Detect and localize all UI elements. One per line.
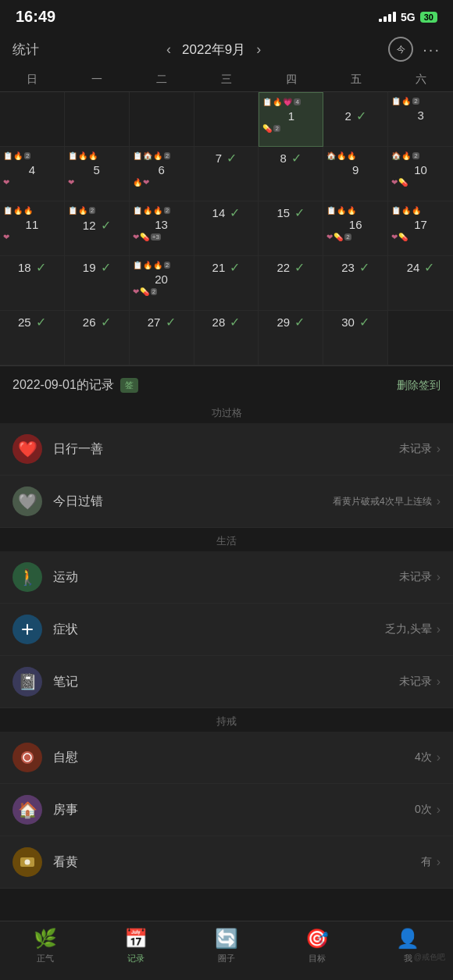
calendar-cell-27[interactable]: 27 ✓ <box>130 311 194 365</box>
zhengqi-icon: 🌿 <box>34 928 57 950</box>
signal-icon <box>379 12 396 22</box>
cell-day-number: 9 <box>326 163 384 176</box>
calendar-cell-12[interactable]: 📋 🔥 2 12 ✓ <box>65 201 130 256</box>
prev-month-button[interactable]: ‹ <box>166 41 171 58</box>
tab-records[interactable]: 📅 记录 <box>112 928 159 964</box>
calendar-cell-3[interactable]: 📋 🔥 2 3 <box>388 92 453 147</box>
network-type: 5G <box>401 11 416 23</box>
calendar-cell-16[interactable]: 📋 🔥 🔥 16 ❤ 💊 2 <box>323 201 388 256</box>
calendar-cell-26[interactable]: 26 ✓ <box>65 311 130 365</box>
calendar-cell-24[interactable]: 24 ✓ <box>388 256 453 311</box>
record-item-notes[interactable]: 📓 笔记 未记录 › <box>0 656 453 708</box>
cell-top-icons <box>326 94 384 107</box>
records-icon: 📅 <box>124 928 148 950</box>
calendar-cell-empty <box>388 311 453 365</box>
record-name-daily-good: 日行一善 <box>53 441 399 458</box>
record-value-intimacy: 0次 <box>415 803 432 817</box>
calendar-cell-6[interactable]: 📋 🏠 🔥 2 6 🔥 ❤ <box>130 147 194 201</box>
today-button[interactable]: 今 <box>388 37 413 62</box>
me-icon: 👤 <box>396 928 419 950</box>
calendar-cell-15[interactable]: 15 ✓ <box>259 201 323 256</box>
cell-day-number: 15 ✓ <box>262 205 319 220</box>
header-nav: 统计 ‹ 2022年9月 › 今 ··· <box>0 30 453 68</box>
group-label-merit: 功过格 <box>0 400 453 423</box>
calendar-cell-29[interactable]: 29 ✓ <box>259 311 323 365</box>
bottom-tabs: 🌿 正气 📅 记录 🔄 圈子 🎯 目标 👤 我 <box>0 921 453 980</box>
cell-day-number: 29 ✓ <box>262 315 319 330</box>
cell-day-number: 2 ✓ <box>326 109 384 123</box>
record-name-intimacy: 房事 <box>53 802 415 818</box>
tab-goals[interactable]: 🎯 目标 <box>294 928 341 964</box>
calendar-cell-20[interactable]: 📋 🔥 🔥 2 20 ❤ 💊 2 <box>130 256 194 311</box>
record-item-daily-good[interactable]: ❤️ 日行一善 未记录 › <box>0 423 453 476</box>
calendar-cell-18[interactable]: 18 ✓ <box>0 256 65 311</box>
calendar-cell-25[interactable]: 25 ✓ <box>0 311 65 365</box>
record-name-watch-adult: 看黄 <box>53 854 421 871</box>
record-name-notes: 笔记 <box>53 674 399 690</box>
record-value-watch-adult: 有 <box>421 855 432 869</box>
calendar-cell-5[interactable]: 📋 🔥 🔥 5 ❤ <box>65 147 130 201</box>
status-right: 5G 30 <box>379 11 437 23</box>
calendar-cell-11[interactable]: 📋 🔥 🔥 11 ❤ <box>0 201 65 256</box>
calendar-cell-19[interactable]: 19 ✓ <box>65 256 130 311</box>
chevron-right-icon: › <box>437 494 441 508</box>
record-item-daily-error[interactable]: 🩶 今日过错 看黄片破戒4次早上连续 › <box>0 476 453 528</box>
header-actions: 今 ··· <box>388 37 441 62</box>
record-item-symptoms[interactable]: 症状 乏力,头晕 › <box>0 604 453 656</box>
cell-day-number: 30 ✓ <box>326 315 384 330</box>
record-item-self-comfort[interactable]: 自慰 4次 › <box>0 732 453 784</box>
weekday-fri: 五 <box>323 68 388 91</box>
calendar-cell-30[interactable]: 30 ✓ <box>323 311 388 365</box>
cell-top-icons: 📋 🔥 2 <box>391 94 450 107</box>
cell-day-number: 6 <box>133 163 191 176</box>
calendar-cell-1[interactable]: 📋 🔥 💗 4 1 💊 2 <box>259 92 323 147</box>
tab-label-goals: 目标 <box>309 953 326 964</box>
cell-day-number: 7 ✓ <box>198 151 255 166</box>
calendar-cell-22[interactable]: 22 ✓ <box>259 256 323 311</box>
cell-day-number: 21 ✓ <box>198 260 255 275</box>
calendar-cell-28[interactable]: 28 ✓ <box>194 311 259 365</box>
tab-community[interactable]: 🔄 圈子 <box>203 928 250 964</box>
calendar-cell-4[interactable]: 📋 🔥 2 4 ❤ <box>0 147 65 201</box>
weekday-wed: 三 <box>194 68 259 91</box>
record-icon-notes: 📓 <box>12 667 42 697</box>
calendar-cell-21[interactable]: 21 ✓ <box>194 256 259 311</box>
status-time: 16:49 <box>16 8 55 26</box>
record-date: 2022-09-01的记录 <box>12 377 114 394</box>
calendar-cell-14[interactable]: 14 ✓ <box>194 201 259 256</box>
calendar-cell-10[interactable]: 🏠 🔥 2 10 ❤ 💊 <box>388 147 453 201</box>
calendar-cell-9[interactable]: 🏠 🔥 🔥 9 <box>323 147 388 201</box>
icon-badge-count: 2 <box>273 125 280 132</box>
calendar-cell-23[interactable]: 23 ✓ <box>323 256 388 311</box>
cell-day-number: 23 ✓ <box>326 260 384 275</box>
record-item-exercise[interactable]: 🚶 运动 未记录 › <box>0 551 453 604</box>
weekday-tue: 二 <box>130 68 194 91</box>
cell-day-number: 26 ✓ <box>68 315 126 330</box>
chevron-right-icon: › <box>437 442 441 456</box>
calendar-cell-17[interactable]: 📋 🔥 🔥 17 ❤ 💊 <box>388 201 453 256</box>
goals-icon: 🎯 <box>305 928 329 950</box>
cell-day-number: 8 ✓ <box>262 151 319 166</box>
cell-day-number: 18 ✓ <box>3 260 61 275</box>
today-label: 今 <box>397 44 405 55</box>
cell-day-number: 28 ✓ <box>198 315 255 330</box>
calendar-cell-2[interactable]: 2 ✓ <box>323 92 388 147</box>
calendar-cell-7[interactable]: 7 ✓ <box>194 147 259 201</box>
record-item-intimacy[interactable]: 🏠 房事 0次 › <box>0 784 453 836</box>
cell-day-number: 16 <box>326 218 384 231</box>
delete-signin-button[interactable]: 删除签到 <box>397 379 441 393</box>
cell-day-number: 4 <box>3 163 61 176</box>
cell-day-number: 12 ✓ <box>68 218 126 233</box>
sign-tag[interactable]: 签 <box>120 378 138 393</box>
next-month-button[interactable]: › <box>256 41 261 58</box>
chevron-right-icon: › <box>437 855 441 869</box>
cell-bottom-icons: 💊 2 <box>262 124 319 133</box>
battery-indicator: 30 <box>420 12 437 23</box>
cell-day-number: 10 <box>391 163 450 176</box>
more-menu-button[interactable]: ··· <box>423 41 441 59</box>
record-item-watch-adult[interactable]: 看黄 有 › <box>0 836 453 889</box>
calendar-cell-13[interactable]: 📋 🔥 🔥 2 13 ❤ 💊 +3 <box>130 201 194 256</box>
calendar-cell-8[interactable]: 8 ✓ <box>259 147 323 201</box>
record-title: 2022-09-01的记录 签 <box>12 377 138 394</box>
tab-zhengqi[interactable]: 🌿 正气 <box>22 928 69 964</box>
